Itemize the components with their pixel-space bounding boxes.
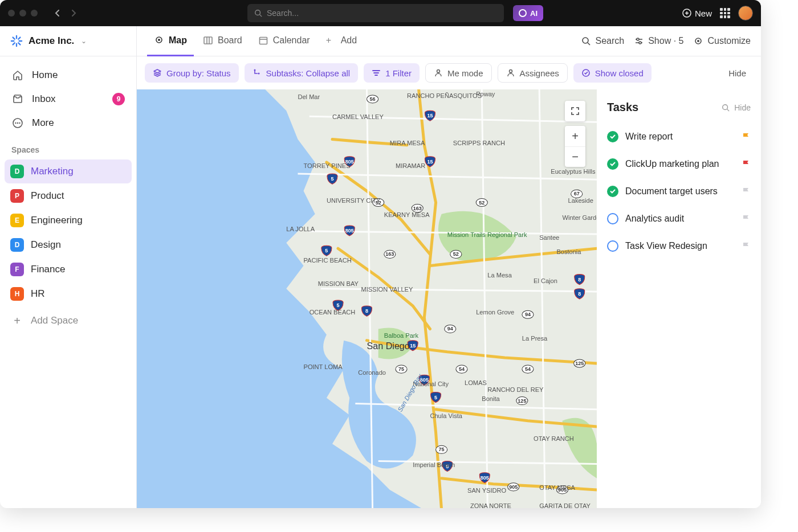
svg-text:El Cajon: El Cajon bbox=[534, 277, 557, 284]
svg-text:GARITA DE OTAY: GARITA DE OTAY bbox=[539, 502, 591, 508]
svg-text:Chula Vista: Chula Vista bbox=[430, 412, 462, 419]
global-search[interactable]: Search... bbox=[247, 4, 504, 22]
flag-icon[interactable] bbox=[742, 159, 751, 169]
sidebar-space-engineering[interactable]: EEngineering bbox=[5, 208, 132, 232]
space-label: Marketing bbox=[31, 166, 74, 177]
status-done-icon[interactable] bbox=[607, 158, 618, 170]
task-row[interactable]: Analytics audit bbox=[607, 205, 751, 232]
flag-icon[interactable] bbox=[742, 132, 751, 141]
svg-text:52: 52 bbox=[453, 251, 459, 257]
svg-point-124 bbox=[723, 104, 728, 109]
chip-group-by[interactable]: Group by: Status bbox=[145, 63, 239, 83]
svg-rect-17 bbox=[204, 37, 212, 44]
chip-subtasks[interactable]: Subtasks: Collapse all bbox=[245, 63, 359, 83]
view-show[interactable]: Show · 5 bbox=[634, 36, 683, 46]
search-icon bbox=[722, 104, 730, 112]
status-open-icon[interactable] bbox=[607, 240, 618, 252]
view-search[interactable]: Search bbox=[581, 36, 624, 46]
sidebar-space-product[interactable]: PProduct bbox=[5, 184, 132, 208]
minimize-dot[interactable] bbox=[19, 10, 26, 17]
space-badge-icon: P bbox=[10, 189, 24, 203]
svg-text:Eucalyptus Hills: Eucalyptus Hills bbox=[551, 168, 596, 175]
space-label: Design bbox=[31, 239, 61, 251]
map-zoom-out[interactable]: − bbox=[565, 146, 585, 167]
sidebar-space-finance[interactable]: FFinance bbox=[5, 257, 132, 281]
new-button[interactable]: New bbox=[682, 9, 712, 18]
svg-text:MISSION BAY: MISSION BAY bbox=[318, 280, 359, 287]
task-name: Write report bbox=[625, 132, 735, 142]
svg-text:Santee: Santee bbox=[539, 234, 559, 241]
map-zoom-in[interactable]: + bbox=[565, 126, 585, 146]
status-done-icon[interactable] bbox=[607, 186, 618, 197]
nav-home[interactable]: Home bbox=[6, 63, 131, 87]
gear-icon bbox=[694, 36, 703, 46]
person-icon bbox=[506, 68, 515, 77]
svg-text:805: 805 bbox=[345, 228, 354, 234]
maximize-dot[interactable] bbox=[31, 10, 38, 17]
task-row[interactable]: ClickUp marketing plan bbox=[607, 150, 751, 178]
task-row[interactable]: Write report bbox=[607, 123, 751, 150]
space-label: Engineering bbox=[31, 215, 83, 226]
inbox-icon bbox=[11, 93, 24, 105]
svg-text:56: 56 bbox=[370, 96, 376, 102]
apps-grid-icon[interactable] bbox=[720, 8, 730, 18]
nav-more[interactable]: More bbox=[6, 111, 131, 135]
tasks-hide-button[interactable]: Hide bbox=[722, 103, 751, 112]
tab-board[interactable]: Board bbox=[196, 26, 249, 56]
task-row[interactable]: Document target users bbox=[607, 178, 751, 205]
sidebar-space-hr[interactable]: HHR bbox=[5, 282, 132, 306]
add-space-button[interactable]: + Add Space bbox=[5, 309, 132, 333]
space-badge-icon: E bbox=[10, 214, 24, 227]
layers-icon bbox=[153, 68, 162, 77]
user-avatar[interactable] bbox=[738, 6, 753, 21]
svg-point-13 bbox=[17, 122, 18, 124]
svg-text:MIRAMAR: MIRAMAR bbox=[396, 162, 425, 169]
svg-text:RANCHO PEÑASQUITOS: RANCHO PEÑASQUITOS bbox=[407, 92, 482, 99]
map-fullscreen[interactable] bbox=[565, 101, 585, 121]
chip-show-closed[interactable]: Show closed bbox=[573, 63, 652, 83]
svg-text:LA JOLLA: LA JOLLA bbox=[286, 226, 315, 232]
close-dot[interactable] bbox=[8, 10, 15, 17]
svg-text:94: 94 bbox=[525, 312, 531, 317]
nav-back[interactable] bbox=[49, 5, 65, 21]
status-open-icon[interactable] bbox=[607, 213, 618, 224]
svg-text:15: 15 bbox=[410, 343, 416, 349]
chip-assignees[interactable]: Assignees bbox=[498, 63, 568, 83]
workspace-switcher[interactable]: Acme Inc. ⌄ bbox=[0, 26, 136, 56]
person-icon bbox=[434, 68, 443, 77]
svg-text:5: 5 bbox=[331, 176, 333, 182]
subtask-icon bbox=[253, 68, 262, 77]
task-row[interactable]: Task View Redesign bbox=[607, 232, 751, 260]
flag-icon[interactable] bbox=[742, 214, 751, 223]
flag-icon[interactable] bbox=[742, 187, 751, 196]
map-pin-icon bbox=[154, 35, 164, 46]
tab-calendar[interactable]: Calendar bbox=[251, 26, 317, 56]
svg-text:Winter Gardens: Winter Gardens bbox=[562, 214, 597, 221]
view-customize[interactable]: Customize bbox=[694, 36, 751, 46]
task-name: ClickUp marketing plan bbox=[625, 159, 735, 169]
chip-filter[interactable]: 1 Filter bbox=[364, 63, 420, 83]
more-icon bbox=[11, 117, 24, 129]
ai-button[interactable]: AI bbox=[513, 5, 543, 21]
flag-icon[interactable] bbox=[742, 242, 751, 251]
map-canvas[interactable]: 5615805515521635267805516352885949487515… bbox=[137, 89, 597, 508]
hide-filters-button[interactable]: Hide bbox=[722, 68, 753, 78]
svg-point-28 bbox=[254, 69, 255, 71]
svg-point-0 bbox=[255, 10, 260, 15]
nav-inbox[interactable]: Inbox 9 bbox=[6, 87, 131, 111]
nav-forward[interactable] bbox=[66, 5, 82, 21]
tab-map[interactable]: Map bbox=[147, 26, 194, 56]
status-done-icon[interactable] bbox=[607, 131, 618, 142]
svg-text:8: 8 bbox=[365, 308, 368, 314]
sidebar-space-design[interactable]: DDesign bbox=[5, 233, 132, 257]
sidebar-space-marketing[interactable]: DMarketing bbox=[5, 159, 132, 183]
svg-line-7 bbox=[13, 38, 15, 39]
tab-add-view[interactable]: + Add bbox=[319, 26, 364, 56]
svg-text:Del Mar: Del Mar bbox=[298, 93, 320, 100]
plus-icon: + bbox=[10, 314, 24, 328]
task-name: Task View Redesign bbox=[625, 241, 735, 251]
svg-text:OTAY RANCH: OTAY RANCH bbox=[534, 435, 574, 442]
chip-me-mode[interactable]: Me mode bbox=[425, 63, 492, 83]
svg-text:54: 54 bbox=[459, 366, 465, 372]
search-icon bbox=[254, 9, 262, 17]
